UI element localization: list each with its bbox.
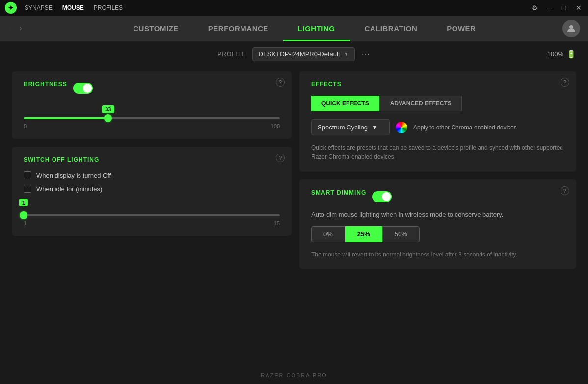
switch-off-title: SWITCH OFF LIGHTING <box>24 156 280 163</box>
switch-off-help[interactable]: ? <box>276 154 285 162</box>
checkbox-row-2: When idle for (minutes) <box>24 185 280 193</box>
checkbox-idle[interactable] <box>24 185 31 193</box>
tab-advanced-effects[interactable]: ADVANCED EFFECTS <box>380 96 462 111</box>
smart-dimming-toggle[interactable] <box>372 191 392 202</box>
idle-min: 1 <box>24 220 27 226</box>
color-circle[interactable] <box>396 122 407 133</box>
battery-info: 100% 🔋 <box>547 50 576 59</box>
checkbox-display-off[interactable] <box>24 171 31 179</box>
smart-dimming-help[interactable]: ? <box>561 186 569 195</box>
tab-lighting[interactable]: LIGHTING <box>283 16 350 41</box>
footer-text: RAZER COBRA PRO <box>261 372 327 378</box>
profile-more-button[interactable]: ··· <box>361 50 370 59</box>
title-bar: ✦ SYNAPSE MOUSE PROFILES ⚙ ─ □ ✕ <box>0 0 588 16</box>
brightness-card: ? BRIGHTNESS 33 0 100 <box>12 71 292 139</box>
profile-dropdown[interactable]: DESKTOP-I24MPR0-Default ▼ <box>252 47 355 61</box>
minimize-button[interactable]: ─ <box>545 3 554 12</box>
dimming-btn-0[interactable]: 0% <box>311 226 345 242</box>
brightness-slider-container: 33 0 100 <box>24 105 280 129</box>
forward-arrow[interactable]: › <box>15 24 26 33</box>
brightness-bubble: 33 <box>102 105 114 113</box>
tab-nav: ‹ › CUSTOMIZE PERFORMANCE LIGHTING CALIB… <box>0 16 588 41</box>
switch-off-card: ? SWITCH OFF LIGHTING When display is tu… <box>12 147 292 236</box>
effect-chevron: ▼ <box>372 124 378 131</box>
title-bar-left: ✦ SYNAPSE MOUSE PROFILES <box>5 2 123 14</box>
effects-description: Quick effects are presets that can be sa… <box>311 143 564 162</box>
effects-card: ? EFFECTS QUICK EFFECTS ADVANCED EFFECTS… <box>299 71 576 172</box>
tab-customize[interactable]: CUSTOMIZE <box>118 16 193 41</box>
brightness-track[interactable] <box>24 117 280 119</box>
tab-calibration[interactable]: CALIBRATION <box>350 16 432 41</box>
battery-percent: 100% <box>547 51 563 58</box>
smart-dimming-title: SMART DIMMING <box>311 189 366 196</box>
dimming-note: The mouse will revert to its normal brig… <box>311 250 564 259</box>
tab-power[interactable]: POWER <box>432 16 490 41</box>
apply-label: Apply to other Chroma-enabled devices <box>413 124 517 131</box>
checkbox-label-display-off: When display is turned Off <box>36 172 111 179</box>
idle-thumb[interactable] <box>20 211 27 219</box>
title-nav-profiles[interactable]: PROFILES <box>94 4 123 11</box>
maximize-button[interactable]: □ <box>560 3 568 12</box>
brightness-labels: 0 100 <box>24 123 280 129</box>
brightness-thumb[interactable] <box>104 114 112 122</box>
app-icon: ✦ <box>5 2 17 14</box>
brightness-toggle[interactable] <box>73 83 93 94</box>
footer: RAZER COBRA PRO <box>0 372 588 378</box>
checkbox-label-idle: When idle for (minutes) <box>36 185 102 193</box>
tab-quick-effects[interactable]: QUICK EFFECTS <box>311 96 379 111</box>
title-bar-right: ⚙ ─ □ ✕ <box>530 3 583 12</box>
back-arrow[interactable]: ‹ <box>5 24 15 33</box>
effects-tabs: QUICK EFFECTS ADVANCED EFFECTS <box>311 96 564 111</box>
right-panel: ? EFFECTS QUICK EFFECTS ADVANCED EFFECTS… <box>299 71 576 269</box>
title-nav-synapse[interactable]: SYNAPSE <box>25 4 53 11</box>
brightness-title: BRIGHTNESS <box>24 81 67 88</box>
left-panel: ? BRIGHTNESS 33 0 100 ? SWITCH OFF LIGHT… <box>12 71 292 269</box>
battery-icon: 🔋 <box>566 50 576 59</box>
title-nav-mouse[interactable]: MOUSE <box>62 4 84 11</box>
smart-dimming-description: Auto-dim mouse lighting when in wireless… <box>311 211 564 218</box>
brightness-help[interactable]: ? <box>276 78 285 87</box>
smart-dimming-header: SMART DIMMING <box>311 189 564 204</box>
idle-slider-container: 1 1 15 <box>24 199 280 226</box>
dimming-btn-50[interactable]: 50% <box>382 226 420 242</box>
idle-bubble: 1 <box>19 199 28 206</box>
user-avatar[interactable] <box>562 20 580 37</box>
brightness-fill <box>24 117 108 119</box>
profile-label: PROFILE <box>217 51 246 58</box>
idle-labels: 1 15 <box>24 220 280 226</box>
brightness-max: 100 <box>271 123 280 129</box>
dimming-buttons: 0% 25% 50% <box>311 226 564 242</box>
brightness-min: 0 <box>24 123 27 129</box>
main-content: ? BRIGHTNESS 33 0 100 ? SWITCH OFF LIGHT… <box>0 71 588 269</box>
effect-name: Spectrum Cycling <box>318 124 368 131</box>
brightness-header: BRIGHTNESS <box>24 81 280 96</box>
tab-items: CUSTOMIZE PERFORMANCE LIGHTING CALIBRATI… <box>26 16 583 41</box>
effects-help[interactable]: ? <box>561 78 569 87</box>
close-button[interactable]: ✕ <box>574 3 583 12</box>
title-nav: SYNAPSE MOUSE PROFILES <box>25 4 123 11</box>
tab-performance[interactable]: PERFORMANCE <box>193 16 283 41</box>
idle-track[interactable] <box>24 214 280 216</box>
profile-bar: PROFILE DESKTOP-I24MPR0-Default ▼ ··· 10… <box>0 41 588 67</box>
smart-dimming-card: ? SMART DIMMING Auto-dim mouse lighting … <box>299 179 576 269</box>
settings-button[interactable]: ⚙ <box>530 3 539 12</box>
effect-dropdown[interactable]: Spectrum Cycling ▼ <box>311 119 390 135</box>
effect-selector-row: Spectrum Cycling ▼ Apply to other Chroma… <box>311 119 564 135</box>
dimming-btn-25[interactable]: 25% <box>345 226 382 242</box>
svg-point-0 <box>569 25 573 29</box>
checkbox-row-1: When display is turned Off <box>24 171 280 179</box>
profile-chevron: ▼ <box>344 51 349 57</box>
profile-name: DESKTOP-I24MPR0-Default <box>259 51 340 58</box>
effects-title: EFFECTS <box>311 81 564 88</box>
idle-max: 15 <box>274 220 280 226</box>
